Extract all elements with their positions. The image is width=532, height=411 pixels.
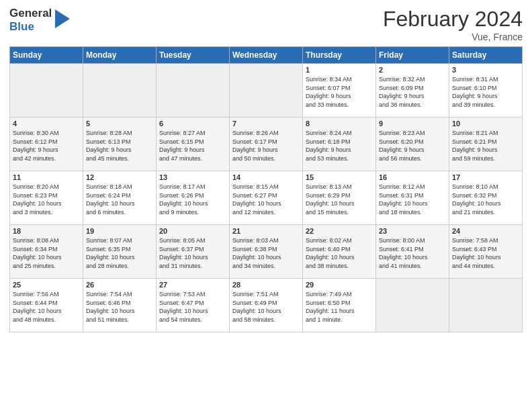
day-cell: 19Sunrise: 8:07 AM Sunset: 6:35 PM Dayli…: [83, 225, 157, 279]
day-number: 19: [86, 227, 153, 235]
col-header-tuesday: Tuesday: [157, 47, 230, 64]
day-info: Sunrise: 8:32 AM Sunset: 6:09 PM Dayligh…: [379, 75, 446, 109]
day-info: Sunrise: 8:13 AM Sunset: 6:29 PM Dayligh…: [306, 183, 373, 216]
day-number: 15: [306, 173, 373, 181]
day-info: Sunrise: 7:58 AM Sunset: 6:43 PM Dayligh…: [452, 236, 519, 270]
day-info: Sunrise: 8:31 AM Sunset: 6:10 PM Dayligh…: [452, 75, 519, 109]
day-info: Sunrise: 8:18 AM Sunset: 6:24 PM Dayligh…: [86, 183, 153, 216]
day-info: Sunrise: 8:30 AM Sunset: 6:12 PM Dayligh…: [13, 129, 80, 163]
title-block: February 2024 Vue, France: [383, 7, 523, 42]
day-cell: 17Sunrise: 8:10 AM Sunset: 6:32 PM Dayli…: [449, 171, 523, 225]
day-cell: 18Sunrise: 8:08 AM Sunset: 6:34 PM Dayli…: [10, 225, 83, 279]
day-cell: 2Sunrise: 8:32 AM Sunset: 6:09 PM Daylig…: [376, 64, 449, 118]
day-cell: 13Sunrise: 8:17 AM Sunset: 6:26 PM Dayli…: [157, 171, 230, 225]
logo-arrow-icon: [55, 9, 70, 28]
day-cell: [10, 64, 83, 118]
day-cell: 23Sunrise: 8:00 AM Sunset: 6:41 PM Dayli…: [376, 225, 449, 279]
logo-general: General: [9, 7, 52, 20]
col-header-sunday: Sunday: [10, 47, 83, 64]
day-cell: 20Sunrise: 8:05 AM Sunset: 6:37 PM Dayli…: [157, 225, 230, 279]
day-number: 25: [13, 281, 80, 289]
day-number: 27: [159, 281, 226, 289]
calendar-title: February 2024: [383, 7, 523, 32]
day-number: 21: [232, 227, 300, 235]
day-number: 20: [159, 227, 226, 235]
week-row-2: 11Sunrise: 8:20 AM Sunset: 6:23 PM Dayli…: [10, 171, 523, 225]
day-cell: [230, 64, 303, 118]
day-cell: 4Sunrise: 8:30 AM Sunset: 6:12 PM Daylig…: [10, 118, 83, 171]
day-number: 10: [452, 120, 519, 128]
day-number: 5: [86, 120, 153, 128]
logo-blue: Blue: [9, 20, 52, 34]
day-cell: 15Sunrise: 8:13 AM Sunset: 6:29 PM Dayli…: [303, 171, 376, 225]
day-info: Sunrise: 8:27 AM Sunset: 6:15 PM Dayligh…: [159, 129, 226, 163]
day-cell: 29Sunrise: 7:49 AM Sunset: 6:50 PM Dayli…: [303, 279, 376, 332]
col-header-saturday: Saturday: [449, 47, 523, 64]
day-cell: 16Sunrise: 8:12 AM Sunset: 6:31 PM Dayli…: [376, 171, 449, 225]
day-info: Sunrise: 7:51 AM Sunset: 6:49 PM Dayligh…: [232, 290, 300, 324]
col-header-friday: Friday: [376, 47, 449, 64]
day-info: Sunrise: 8:24 AM Sunset: 6:18 PM Dayligh…: [306, 129, 373, 163]
day-cell: 27Sunrise: 7:53 AM Sunset: 6:47 PM Dayli…: [157, 279, 230, 332]
day-info: Sunrise: 8:21 AM Sunset: 6:21 PM Dayligh…: [452, 129, 519, 163]
day-info: Sunrise: 8:08 AM Sunset: 6:34 PM Dayligh…: [13, 236, 80, 270]
day-cell: 3Sunrise: 8:31 AM Sunset: 6:10 PM Daylig…: [449, 64, 523, 118]
day-cell: 26Sunrise: 7:54 AM Sunset: 6:46 PM Dayli…: [83, 279, 157, 332]
day-cell: 1Sunrise: 8:34 AM Sunset: 6:07 PM Daylig…: [303, 64, 376, 118]
day-info: Sunrise: 8:10 AM Sunset: 6:32 PM Dayligh…: [452, 183, 519, 216]
day-cell: 12Sunrise: 8:18 AM Sunset: 6:24 PM Dayli…: [83, 171, 157, 225]
col-header-wednesday: Wednesday: [230, 47, 303, 64]
day-info: Sunrise: 8:03 AM Sunset: 6:38 PM Dayligh…: [232, 236, 300, 270]
day-number: 14: [232, 173, 300, 181]
week-row-0: 1Sunrise: 8:34 AM Sunset: 6:07 PM Daylig…: [10, 64, 523, 118]
day-cell: 7Sunrise: 8:26 AM Sunset: 6:17 PM Daylig…: [230, 118, 303, 171]
day-number: 2: [379, 66, 446, 74]
day-cell: 6Sunrise: 8:27 AM Sunset: 6:15 PM Daylig…: [157, 118, 230, 171]
day-info: Sunrise: 8:12 AM Sunset: 6:31 PM Dayligh…: [379, 183, 446, 216]
day-number: 24: [452, 227, 519, 235]
day-number: 8: [306, 120, 373, 128]
day-info: Sunrise: 8:23 AM Sunset: 6:20 PM Dayligh…: [379, 129, 446, 163]
day-cell: 10Sunrise: 8:21 AM Sunset: 6:21 PM Dayli…: [449, 118, 523, 171]
day-number: 12: [86, 173, 153, 181]
day-cell: 21Sunrise: 8:03 AM Sunset: 6:38 PM Dayli…: [230, 225, 303, 279]
day-info: Sunrise: 8:07 AM Sunset: 6:35 PM Dayligh…: [86, 236, 153, 270]
header-row: SundayMondayTuesdayWednesdayThursdayFrid…: [10, 47, 523, 64]
day-cell: [376, 279, 449, 332]
day-number: 3: [452, 66, 519, 74]
header: General Blue February 2024 Vue, France: [9, 7, 523, 42]
day-info: Sunrise: 8:15 AM Sunset: 6:27 PM Dayligh…: [232, 183, 300, 216]
day-info: Sunrise: 8:17 AM Sunset: 6:26 PM Dayligh…: [159, 183, 226, 216]
day-info: Sunrise: 8:20 AM Sunset: 6:23 PM Dayligh…: [13, 183, 80, 216]
day-info: Sunrise: 7:49 AM Sunset: 6:50 PM Dayligh…: [306, 290, 373, 324]
day-info: Sunrise: 8:26 AM Sunset: 6:17 PM Dayligh…: [232, 129, 300, 163]
day-number: 4: [13, 120, 80, 128]
day-number: 11: [13, 173, 80, 181]
day-cell: 9Sunrise: 8:23 AM Sunset: 6:20 PM Daylig…: [376, 118, 449, 171]
day-cell: [449, 279, 523, 332]
calendar-table: SundayMondayTuesdayWednesdayThursdayFrid…: [9, 46, 523, 332]
day-number: 9: [379, 120, 446, 128]
day-cell: 22Sunrise: 8:02 AM Sunset: 6:40 PM Dayli…: [303, 225, 376, 279]
calendar-subtitle: Vue, France: [383, 32, 523, 42]
day-cell: 11Sunrise: 8:20 AM Sunset: 6:23 PM Dayli…: [10, 171, 83, 225]
day-number: 16: [379, 173, 446, 181]
logo-text: General Blue: [9, 7, 52, 33]
day-number: 22: [306, 227, 373, 235]
day-cell: 28Sunrise: 7:51 AM Sunset: 6:49 PM Dayli…: [230, 279, 303, 332]
day-info: Sunrise: 8:34 AM Sunset: 6:07 PM Dayligh…: [306, 75, 373, 109]
day-number: 29: [306, 281, 373, 289]
day-cell: 8Sunrise: 8:24 AM Sunset: 6:18 PM Daylig…: [303, 118, 376, 171]
day-cell: 5Sunrise: 8:28 AM Sunset: 6:13 PM Daylig…: [83, 118, 157, 171]
day-info: Sunrise: 8:28 AM Sunset: 6:13 PM Dayligh…: [86, 129, 153, 163]
day-cell: [157, 64, 230, 118]
day-info: Sunrise: 7:54 AM Sunset: 6:46 PM Dayligh…: [86, 290, 153, 324]
week-row-4: 25Sunrise: 7:56 AM Sunset: 6:44 PM Dayli…: [10, 279, 523, 332]
day-cell: [83, 64, 157, 118]
day-number: 6: [159, 120, 226, 128]
day-number: 13: [159, 173, 226, 181]
week-row-1: 4Sunrise: 8:30 AM Sunset: 6:12 PM Daylig…: [10, 118, 523, 171]
day-number: 28: [232, 281, 300, 289]
day-number: 17: [452, 173, 519, 181]
svg-marker-0: [55, 9, 70, 28]
